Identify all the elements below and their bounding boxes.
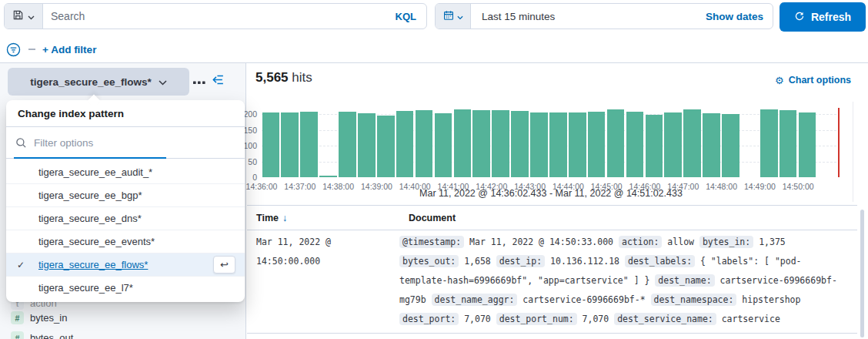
chart-time-range: Mar 11, 2022 @ 14:36:02.433 - Mar 11, 20…	[247, 188, 855, 199]
refresh-label: Refresh	[811, 11, 851, 23]
index-pattern-label: tigera_secure_ee_flows*	[30, 76, 152, 88]
discover-page: KQL Last 15 minutes Show dates	[0, 0, 868, 339]
index-pattern-option[interactable]: ✓tigera_secure_ee_flows*↩	[6, 253, 245, 276]
search-input[interactable]	[43, 10, 386, 22]
calendar-menu-button[interactable]	[436, 4, 471, 29]
time-range-label[interactable]: Last 15 minutes	[482, 11, 555, 22]
table-row[interactable]: @timestamp: action: bytes_in:	[247, 334, 857, 339]
y-axis-tick-label: 200	[243, 109, 257, 119]
add-filter-button[interactable]: + Add filter	[42, 44, 96, 55]
chevron-down-icon	[28, 11, 35, 22]
filter-options-input[interactable]	[34, 137, 235, 149]
number-field-icon: #	[11, 311, 24, 324]
main-panel: 5,565 hits ⚙ Chart options 0501001502001…	[247, 63, 868, 339]
index-pattern-option[interactable]: tigera_secure_ee_bgp*	[6, 183, 245, 206]
histogram-bar[interactable]	[339, 112, 356, 177]
index-pattern-option[interactable]: tigera_secure_ee_dns*	[6, 206, 245, 230]
kql-badge[interactable]: KQL	[386, 11, 426, 22]
histogram-bar[interactable]	[492, 110, 509, 177]
sidebar-field-bytes_out[interactable]: #bytes_out	[11, 331, 73, 339]
histogram-bar[interactable]	[646, 115, 663, 177]
refresh-icon	[794, 11, 805, 24]
index-pattern-option[interactable]: tigera_secure_ee_l7*	[6, 276, 245, 299]
histogram-bar[interactable]	[626, 112, 644, 177]
field-name: bytes_out	[30, 332, 73, 339]
search-icon	[15, 137, 27, 149]
histogram-bar[interactable]	[799, 112, 816, 177]
y-axis-tick-label: 50	[248, 157, 257, 166]
histogram-bar[interactable]	[683, 109, 701, 177]
field-name-pill: dest_name:	[655, 274, 714, 287]
histogram-bar[interactable]	[319, 176, 337, 177]
y-axis-tick-label: 0	[252, 173, 257, 182]
field-name-pill: dest_port:	[399, 313, 459, 325]
histogram-bar[interactable]	[588, 112, 606, 177]
sidebar-field-bytes_in[interactable]: #bytes_in	[11, 311, 67, 324]
index-pattern-button[interactable]: tigera_secure_ee_flows*	[8, 68, 189, 96]
boxes-horizontal-icon[interactable]	[193, 76, 205, 87]
y-axis-tick-label: 100	[243, 141, 257, 150]
document-table: Mar 11, 2022 @ 14:50:00.000@timestamp: M…	[247, 230, 857, 339]
collapse-sidebar-icon[interactable]	[212, 73, 225, 89]
histogram-bar[interactable]	[569, 112, 586, 177]
saved-query-menu-button[interactable]	[5, 4, 43, 29]
save-icon	[12, 9, 24, 23]
field-name-pill: dest_port_num:	[496, 313, 577, 325]
histogram-bar[interactable]	[454, 109, 472, 177]
histogram-bar[interactable]	[780, 110, 797, 177]
check-icon: ✓	[17, 260, 34, 270]
vertical-scrollbar[interactable]	[860, 210, 864, 337]
filter-bar: + Add filter	[0, 37, 868, 62]
field-name-pill: action:	[619, 236, 662, 248]
histogram-chart[interactable]: 05010015020014:36:0014:37:0014:38:0014:3…	[247, 103, 857, 190]
popover-title: Change index pattern	[6, 100, 245, 127]
hits-count: 5,565 hits	[255, 70, 312, 86]
table-row[interactable]: Mar 11, 2022 @ 14:50:00.000@timestamp: M…	[247, 230, 857, 334]
field-name-pill: dest_namespace:	[651, 294, 737, 306]
column-header-time[interactable]: Time ↓	[256, 213, 287, 223]
histogram-bar[interactable]	[300, 112, 318, 177]
histogram-bar[interactable]	[416, 110, 433, 177]
histogram-bar[interactable]	[396, 111, 414, 177]
index-pattern-option-label: tigera_secure_ee_l7*	[38, 282, 133, 294]
histogram-bar[interactable]	[281, 112, 299, 177]
histogram-bar[interactable]	[530, 112, 548, 177]
index-pattern-option-label: tigera_secure_ee_flows*	[38, 259, 148, 270]
input-focus-underline	[14, 157, 166, 159]
field-name: bytes_in	[30, 312, 67, 324]
show-dates-button[interactable]: Show dates	[706, 11, 763, 22]
index-pattern-option-label: tigera_secure_ee_events*	[38, 236, 155, 247]
refresh-button[interactable]: Refresh	[780, 2, 866, 32]
gear-icon: ⚙	[775, 76, 784, 86]
histogram-bar[interactable]	[511, 111, 529, 177]
histogram-bar[interactable]	[760, 109, 778, 177]
field-name-pill: @timestamp:	[399, 236, 464, 248]
histogram-bar[interactable]	[377, 116, 395, 177]
histogram-bar[interactable]	[435, 113, 452, 177]
search-bar: KQL	[4, 3, 427, 29]
histogram-bar[interactable]	[262, 112, 280, 177]
filter-icon[interactable]	[6, 42, 21, 57]
index-pattern-option[interactable]: tigera_secure_ee_events*	[6, 230, 245, 253]
chevron-down-icon	[159, 76, 167, 88]
return-key-icon: ↩	[213, 256, 235, 274]
field-name-pill: dest_ip:	[496, 255, 545, 267]
time-cell: Mar 11, 2022 @ 14:50:00.000	[247, 233, 399, 329]
histogram-bar[interactable]	[703, 113, 720, 177]
y-axis-tick-label: 150	[243, 126, 257, 135]
histogram-bar[interactable]	[607, 109, 625, 177]
index-pattern-popover: Change index pattern tigera_secure_ee_au…	[6, 100, 245, 302]
number-field-icon: #	[11, 331, 24, 339]
index-pattern-option-label: tigera_secure_ee_bgp*	[38, 190, 142, 201]
histogram-bar[interactable]	[472, 110, 490, 177]
histogram-bar[interactable]	[358, 113, 376, 177]
chart-options-button[interactable]: ⚙ Chart options	[775, 75, 851, 86]
histogram-bar[interactable]	[549, 112, 567, 177]
histogram-bar[interactable]	[722, 114, 739, 177]
table-header: Time ↓ Document	[247, 205, 857, 230]
top-bar: KQL Last 15 minutes Show dates	[0, 0, 868, 35]
index-pattern-option[interactable]: tigera_secure_ee_audit_*	[6, 160, 245, 183]
column-header-document: Document	[409, 213, 456, 223]
histogram-bar[interactable]	[664, 112, 682, 177]
current-time-marker	[838, 108, 840, 177]
